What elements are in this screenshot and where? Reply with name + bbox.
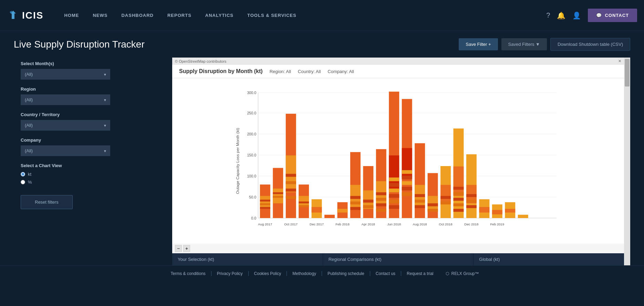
chart-view-kt-radio[interactable] xyxy=(21,172,25,176)
svg-rect-71 xyxy=(453,166,464,196)
contact-button[interactable]: 💬 CONTACT xyxy=(588,9,637,22)
country-filter-label: Country / Territory xyxy=(21,112,165,117)
user-icon[interactable]: 👤 xyxy=(572,11,581,20)
footer-trial[interactable]: Request a trial xyxy=(401,271,439,276)
nav-tools-services[interactable]: TOOLS & SERVICES xyxy=(247,13,297,18)
svg-rect-34 xyxy=(312,207,322,213)
scroll-thumb[interactable] xyxy=(625,59,630,86)
svg-rect-44 xyxy=(376,192,386,195)
svg-rect-47 xyxy=(376,209,386,212)
company-filter-label: Company xyxy=(21,137,165,143)
svg-rect-75 xyxy=(453,203,464,206)
chart-view-percent-radio[interactable] xyxy=(21,180,25,184)
footer-cookies[interactable]: Cookies Policy xyxy=(249,271,287,276)
region-filter-label: Region xyxy=(21,86,165,92)
chart-container: Outage Capacity Loss per Month (kt) xyxy=(172,78,624,244)
svg-text:200.0: 200.0 xyxy=(247,132,256,136)
selection-row: Your Selection (kt) Regional Comparisons… xyxy=(172,253,624,265)
country-filter-group: Country / Territory (All) xyxy=(21,112,165,131)
saved-filters-button[interactable]: Saved Filters ▼ xyxy=(501,38,547,50)
svg-rect-76 xyxy=(453,209,464,212)
svg-rect-51 xyxy=(389,188,399,192)
bar-jun2018[interactable] xyxy=(389,92,399,218)
country-select-wrapper: (All) xyxy=(21,120,110,131)
chart-view-kt[interactable]: kt xyxy=(21,172,165,177)
svg-rect-52 xyxy=(389,194,399,198)
svg-text:150.0: 150.0 xyxy=(247,153,256,157)
svg-rect-58 xyxy=(402,181,412,185)
svg-text:Dec 2018: Dec 2018 xyxy=(464,222,478,226)
svg-text:Oct 2018: Oct 2018 xyxy=(439,222,453,226)
svg-rect-60 xyxy=(402,192,412,196)
chat-icon: 💬 xyxy=(596,13,602,18)
svg-text:Aug 2018: Aug 2018 xyxy=(413,222,427,226)
svg-rect-57 xyxy=(402,176,412,180)
svg-rect-46 xyxy=(376,203,386,206)
svg-rect-81 xyxy=(479,207,489,213)
notifications-icon[interactable]: 🔔 xyxy=(557,11,565,20)
svg-rect-37 xyxy=(350,196,361,199)
svg-rect-29 xyxy=(286,188,296,192)
footer-contact[interactable]: Contact us xyxy=(370,271,401,276)
bar-jan2018[interactable] xyxy=(324,215,335,218)
regional-comparison-panel: Regional Comparisons (kt) xyxy=(323,253,474,265)
svg-text:100.0: 100.0 xyxy=(247,174,256,178)
svg-rect-54 xyxy=(389,205,399,209)
logo[interactable]: ICIS xyxy=(7,9,43,22)
svg-rect-49 xyxy=(389,177,399,181)
save-filter-button[interactable]: Save Filter + xyxy=(459,38,498,50)
zoom-out-button[interactable]: − xyxy=(175,245,182,252)
region-select[interactable]: (All) xyxy=(21,94,110,105)
company-filter-info: Company: All xyxy=(328,69,354,74)
footer-terms[interactable]: Terms & conditions xyxy=(165,271,211,276)
svg-rect-63 xyxy=(415,200,425,203)
svg-rect-27 xyxy=(286,174,296,177)
svg-rect-28 xyxy=(286,181,296,184)
chart-view-percent[interactable]: % xyxy=(21,180,165,185)
map-source-label: © OpenStreetMap contributors xyxy=(175,59,226,63)
footer-publishing[interactable]: Publishing schedule xyxy=(322,271,370,276)
scrollbar[interactable] xyxy=(624,58,630,265)
chart-tab-close[interactable]: ✕ xyxy=(618,59,621,63)
month-filter-group: Select Month(s) (All) xyxy=(21,61,165,80)
svg-text:Aug 2017: Aug 2017 xyxy=(258,222,272,226)
svg-rect-67 xyxy=(428,209,438,212)
chart-title: Supply Disruption by Month (kt) xyxy=(179,68,263,74)
svg-text:Jun 2018: Jun 2018 xyxy=(387,222,401,226)
country-select[interactable]: (All) xyxy=(21,120,110,131)
svg-text:Outage Capacity Loss per Month: Outage Capacity Loss per Month (kt) xyxy=(235,128,240,194)
chart-view-kt-label: kt xyxy=(28,172,31,177)
svg-text:Dec 2017: Dec 2017 xyxy=(310,222,324,226)
region-filter-info: Region: All xyxy=(270,69,291,74)
help-icon[interactable]: ? xyxy=(546,11,550,19)
svg-text:Feb 2018: Feb 2018 xyxy=(335,222,350,226)
reset-filters-button[interactable]: Reset filters xyxy=(21,195,73,209)
svg-rect-62 xyxy=(415,194,425,197)
page-content: Live Supply Disruption Tracker Save Filt… xyxy=(0,31,644,265)
company-select[interactable]: (All) xyxy=(21,145,110,156)
svg-text:300.0: 300.0 xyxy=(247,91,256,95)
global-panel: Global (kt) xyxy=(474,253,624,265)
svg-rect-21 xyxy=(260,203,270,205)
svg-rect-42 xyxy=(363,205,373,208)
svg-text:Apr 2018: Apr 2018 xyxy=(362,222,375,226)
footer-methodology[interactable]: Methodology xyxy=(287,271,322,276)
nav-home[interactable]: HOME xyxy=(64,13,79,18)
footer-privacy[interactable]: Privacy Policy xyxy=(211,271,249,276)
svg-rect-19 xyxy=(260,196,270,207)
nav-news[interactable]: NEWS xyxy=(93,13,107,18)
svg-rect-59 xyxy=(402,187,412,191)
svg-text:Oct 2017: Oct 2017 xyxy=(284,222,298,226)
month-select[interactable]: (All) xyxy=(21,69,110,80)
nav-dashboard[interactable]: DASHBOARD xyxy=(121,13,154,18)
zoom-in-button[interactable]: + xyxy=(183,245,190,252)
nav-analytics[interactable]: ANALYTICS xyxy=(205,13,233,18)
svg-text:250.0: 250.0 xyxy=(247,111,256,115)
svg-rect-79 xyxy=(466,200,477,203)
logo-text: ICIS xyxy=(22,10,43,21)
download-button[interactable]: Download Shutdown table (CSV) xyxy=(550,38,630,51)
bar-apr2019[interactable] xyxy=(518,215,528,218)
svg-rect-22 xyxy=(260,207,270,209)
chart-title-bar: Supply Disruption by Month (kt) Region: … xyxy=(172,65,624,78)
nav-reports[interactable]: REPORTS xyxy=(167,13,191,18)
